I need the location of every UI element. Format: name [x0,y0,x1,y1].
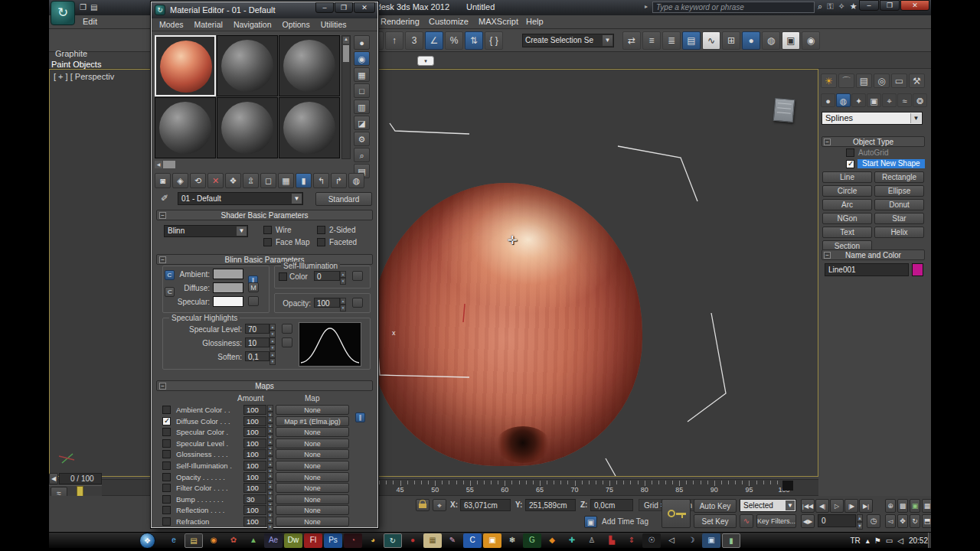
app-orange-icon[interactable]: ▣ [483,533,501,548]
maps-lock-icon[interactable]: ∥ [355,412,365,422]
map-enable-checkbox[interactable] [162,417,171,425]
scroll-up-icon[interactable]: ▲ [343,37,349,44]
map-enable-checkbox[interactable] [162,439,171,448]
subtab-lights[interactable]: ✦ [851,93,866,107]
minimize-button[interactable]: – [315,2,334,13]
photoshop-icon[interactable]: Ps [324,533,342,548]
close-button[interactable]: ✕ [900,0,929,11]
time-configuration-button[interactable]: ◷ [867,514,880,528]
internet-explorer-icon[interactable]: e [165,533,183,548]
chevron-down-icon[interactable]: ▼ [603,35,612,46]
sample-slot-3[interactable] [279,35,340,96]
menu-edit[interactable]: Edit [83,17,97,26]
pencil-app-icon[interactable]: ✎ [443,533,462,548]
spinner[interactable]: ▴▾ [270,351,276,361]
tab-utilities[interactable]: ⚒ [909,73,925,88]
manage-layers-icon[interactable]: ≣ [662,31,681,50]
render-setup-icon[interactable]: ◍ [762,31,780,50]
get-material-icon[interactable]: ◙ [155,173,171,188]
ribbon-toggle-button[interactable]: ▾ [417,56,434,66]
time-tag-icon[interactable]: ▣ [584,516,597,528]
map-amount-field[interactable]: 100 [243,405,266,415]
shape-button-circle[interactable]: Circle [822,185,872,197]
app-blue-window-icon[interactable]: ▣ [702,533,720,548]
material-editor-titlebar[interactable]: ↻ Material Editor - 01 - Default – ❐ ✕ [152,2,377,18]
wire-checkbox[interactable] [263,226,272,234]
spinner[interactable]: ▴▾ [267,449,273,459]
self-illumination-map-button[interactable] [352,271,363,281]
network-icon[interactable]: ▭ [886,536,893,545]
map-shortcut-button[interactable] [282,337,292,347]
opacity-value[interactable]: 100 [314,298,340,308]
spline-segment[interactable] [374,300,469,377]
diffuse-specular-lock-icon[interactable]: ⊂ [165,287,175,297]
set-keys-button[interactable] [662,499,691,528]
map-amount-field[interactable]: 100 [243,461,266,471]
map-enable-checkbox[interactable] [162,495,171,504]
dragonfly-app-icon[interactable]: ✚ [563,533,581,548]
diffuse-color-swatch[interactable] [213,282,243,293]
align-icon[interactable]: ≡ [642,31,661,50]
value-field[interactable]: 70 [245,324,270,334]
me-menu-options[interactable]: Options [283,20,310,31]
sample-slot-4[interactable] [155,97,216,158]
shape-button-donut[interactable]: Donut [874,199,924,210]
ribbon-tab-graphite[interactable]: Graphite [55,49,87,58]
app-red-swirl-icon[interactable]: ✿ [224,533,243,548]
sample-slot-6[interactable] [279,97,340,158]
fox-app-icon[interactable]: ◆ [543,533,561,548]
tray-expand-icon[interactable]: ▴ [866,536,870,545]
material-type-button[interactable]: Standard [315,192,372,206]
sample-uv-tiling-icon[interactable]: □ [354,83,370,98]
diffuse-map-button[interactable]: M [248,282,259,292]
speaker-app-icon[interactable]: ◁ [662,533,681,548]
snaps-toggle-3d-icon[interactable]: 3 [405,31,423,50]
material-id-channel-icon[interactable]: ◻ [260,173,276,188]
map-slot-button[interactable]: None [276,483,349,493]
moon-app-icon[interactable]: ☽ [682,533,701,548]
scroll-left-icon[interactable]: ◀ [155,161,162,168]
menu-rendering[interactable]: Rendering [381,17,420,26]
absolute-mode-icon[interactable]: ⌖ [433,499,446,511]
reset-map-icon[interactable]: ✕ [207,173,224,188]
frame-spinner[interactable]: ▴▾ [857,514,863,527]
spinner[interactable]: ▴▾ [267,483,273,493]
spinner[interactable]: ▴▾ [267,461,273,471]
collapse-icon[interactable]: − [824,139,831,145]
self-illumination-value[interactable]: 0 [314,271,340,281]
auto-key-button[interactable]: Auto Key [694,499,737,513]
sample-horizontal-scrollbar[interactable]: ◀ [155,161,176,168]
map-slot-button[interactable]: None [276,505,349,515]
spinner[interactable]: ▴▾ [340,271,346,281]
show-end-result-icon[interactable]: ▮ [296,173,312,188]
spinner[interactable]: ▴▾ [270,324,276,334]
backlight-icon[interactable]: ◉ [354,51,370,66]
previous-frame-button[interactable]: ◀| [815,499,829,513]
zoom-all-button[interactable]: ▩ [897,499,908,513]
map-enable-checkbox[interactable] [162,406,171,414]
me-menu-navigation[interactable]: Navigation [234,20,272,31]
go-to-end-button[interactable]: ▶| [859,499,873,513]
current-frame-field[interactable]: 0 [818,514,856,527]
map-enable-checkbox[interactable] [162,484,171,492]
selection-set-dropdown[interactable]: Create Selection Se ▼ [522,29,614,47]
value-field[interactable]: 0,1 [245,351,270,361]
tab-modify[interactable]: ⌒ [838,73,854,88]
media-player-icon[interactable]: ◉ [204,533,223,548]
language-indicator[interactable]: TR [850,536,860,545]
put-material-to-scene-icon[interactable]: ◈ [172,173,188,188]
mic-tray-app-icon[interactable]: ▮ [722,533,740,548]
spinner[interactable]: ▴▾ [267,427,273,437]
material-editor-window[interactable]: ↻ Material Editor - 01 - Default – ❐ ✕ M… [151,2,378,528]
arrows-app-icon[interactable]: ⇕ [622,533,641,548]
blinn-basic-parameters-rollout[interactable]: − Blinn Basic Parameters [156,254,373,265]
map-enable-checkbox[interactable] [162,517,171,526]
map-amount-field[interactable]: 100 [243,427,266,437]
object-color-swatch[interactable] [912,263,923,276]
spinner[interactable]: ▴▾ [267,472,273,482]
x-coordinate-field[interactable]: 63,071cm [460,499,511,511]
menu-help[interactable]: Help [526,17,544,26]
next-frame-button[interactable]: |▶ [844,499,858,513]
subtab-helpers[interactable]: ⌖ [882,93,897,107]
ambient-color-swatch[interactable] [213,269,243,279]
